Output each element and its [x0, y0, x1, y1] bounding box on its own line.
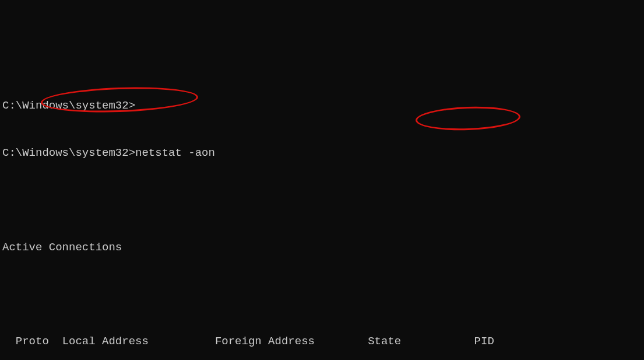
command-text: netstat -aon — [135, 146, 215, 159]
prompt-line-1: C:\Windows\system32> — [2, 98, 642, 114]
table-header-row: Proto Local Address Foreign Address Stat… — [2, 334, 642, 349]
header-local: Local Address — [62, 335, 149, 348]
header-proto-text: Proto — [16, 335, 49, 348]
terminal-output[interactable]: C:\Windows\system32> C:\Windows\system32… — [0, 63, 644, 360]
header-proto — [2, 335, 16, 348]
blank-line — [2, 193, 642, 208]
header-state: State — [368, 335, 401, 348]
prompt-path: C:\Windows\system32> — [2, 146, 135, 159]
blank-line — [2, 286, 642, 302]
prompt-line-2: C:\Windows\system32>netstat -aon — [2, 145, 642, 161]
header-foreign: Foreign Address — [215, 335, 315, 348]
section-title: Active Connections — [2, 240, 642, 256]
header-pid: PID — [474, 335, 494, 348]
